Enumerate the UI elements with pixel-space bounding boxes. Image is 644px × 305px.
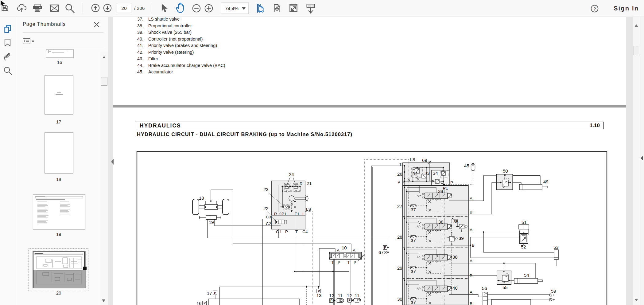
- svg-text:P: P: [384, 246, 386, 249]
- svg-text:T: T: [347, 260, 350, 265]
- svg-text:18: 18: [199, 195, 204, 201]
- svg-text:C1: C1: [276, 229, 281, 234]
- svg-text:P1: P1: [443, 186, 448, 190]
- svg-text:69: 69: [422, 158, 427, 163]
- svg-text:39: 39: [459, 236, 464, 241]
- svg-text:A: A: [470, 290, 472, 295]
- svg-text:B: B: [472, 243, 475, 248]
- svg-text:C3: C3: [266, 215, 271, 219]
- svg-text:10: 10: [342, 245, 347, 250]
- svg-text:P: P: [338, 260, 340, 265]
- svg-text:12: 12: [347, 293, 352, 298]
- svg-text:30: 30: [397, 296, 402, 302]
- svg-text:T: T: [331, 260, 334, 265]
- svg-text:B: B: [470, 273, 472, 278]
- svg-text:37: 37: [411, 238, 416, 243]
- svg-text:38: 38: [438, 189, 443, 194]
- svg-text:17: 17: [207, 291, 212, 296]
- svg-text:P: P: [204, 302, 206, 305]
- svg-text:35: 35: [453, 219, 459, 224]
- svg-text:P: P: [285, 229, 288, 234]
- svg-text:37: 37: [411, 207, 416, 212]
- svg-text:T: T: [399, 162, 402, 167]
- svg-text:54: 54: [524, 272, 529, 278]
- svg-text:49: 49: [543, 179, 549, 184]
- svg-text:C2: C2: [266, 221, 271, 226]
- svg-text:19: 19: [209, 220, 214, 225]
- svg-text:52: 52: [521, 244, 526, 249]
- svg-text:P: P: [214, 291, 216, 295]
- svg-text:28: 28: [397, 234, 402, 240]
- svg-text:C4: C4: [302, 229, 308, 234]
- svg-text:24: 24: [289, 172, 294, 177]
- svg-text:74,4%: 74,4%: [225, 6, 239, 11]
- svg-text:A: A: [337, 248, 339, 253]
- svg-text:13: 13: [316, 293, 322, 298]
- svg-text:67: 67: [378, 250, 384, 255]
- svg-text:40: 40: [452, 285, 458, 291]
- svg-text:53: 53: [553, 244, 559, 250]
- svg-text:23: 23: [263, 187, 269, 192]
- svg-text:11: 11: [338, 293, 343, 298]
- svg-text:P: P: [348, 299, 351, 302]
- svg-text:?: ?: [593, 6, 596, 11]
- svg-text:LS: LS: [410, 157, 415, 162]
- svg-text:/ 206: / 206: [134, 6, 145, 11]
- svg-text:A: A: [470, 259, 472, 263]
- svg-text:29: 29: [397, 265, 402, 271]
- svg-text:59: 59: [551, 288, 556, 294]
- svg-text:A: A: [470, 196, 472, 201]
- svg-text:A: A: [470, 228, 472, 232]
- svg-text:38: 38: [452, 254, 458, 260]
- svg-text:P: P: [398, 180, 400, 185]
- svg-text:51: 51: [522, 220, 527, 225]
- svg-text:37: 37: [411, 269, 416, 274]
- svg-text:26: 26: [397, 171, 402, 177]
- svg-text:P: P: [330, 299, 332, 303]
- svg-text:27: 27: [397, 204, 402, 209]
- svg-text:A: A: [353, 248, 355, 253]
- svg-text:55: 55: [502, 285, 508, 290]
- svg-text:50: 50: [503, 168, 508, 174]
- svg-text:LS: LS: [306, 207, 311, 212]
- svg-text:16: 16: [196, 301, 202, 305]
- svg-text:34: 34: [433, 170, 438, 176]
- svg-text:B: B: [470, 210, 472, 214]
- svg-text:T: T: [295, 229, 298, 234]
- svg-text:11: 11: [355, 293, 359, 298]
- svg-text:P: P: [318, 290, 320, 293]
- svg-text:21: 21: [307, 181, 312, 186]
- svg-text:P: P: [354, 260, 356, 265]
- svg-text:20: 20: [121, 6, 127, 11]
- svg-text:45: 45: [464, 163, 469, 168]
- svg-text:R: R: [300, 182, 303, 186]
- svg-text:37: 37: [411, 300, 416, 305]
- svg-text:12: 12: [329, 293, 334, 298]
- svg-text:B: B: [470, 301, 472, 305]
- svg-text:56: 56: [482, 286, 487, 291]
- svg-text:32: 32: [413, 171, 418, 176]
- svg-text:38: 38: [438, 219, 444, 225]
- svg-text:22: 22: [263, 206, 269, 211]
